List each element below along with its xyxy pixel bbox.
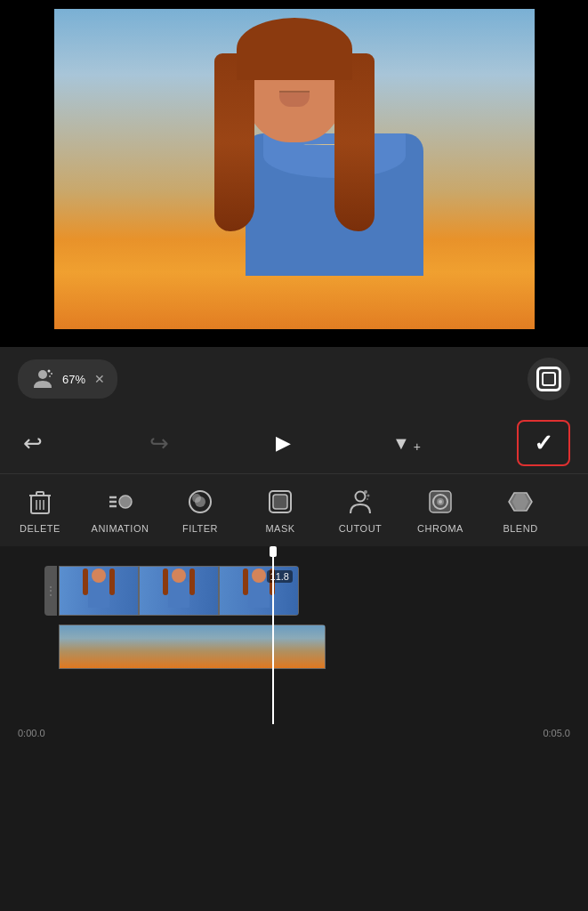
- plus-icon: +: [414, 439, 421, 454]
- tool-cutout[interactable]: CUTOUT: [320, 481, 400, 537]
- tools-row: DELETE ANIMATION FILTER: [0, 473, 588, 546]
- filter-label: FILTER: [182, 523, 218, 534]
- redo-icon: ↪: [149, 430, 169, 457]
- bottom-area: [0, 742, 588, 778]
- svg-point-20: [364, 490, 367, 494]
- ai-cutout-badge[interactable]: 67% ✕: [18, 359, 117, 399]
- person-layer: [54, 9, 535, 338]
- mask-label: MASK: [265, 523, 294, 534]
- timeline-scrubber[interactable]: [272, 546, 274, 724]
- svg-point-13: [119, 496, 132, 508]
- overlay-button[interactable]: [528, 358, 570, 400]
- svg-point-21: [367, 495, 370, 497]
- svg-point-16: [192, 494, 201, 503]
- animation-icon: [103, 485, 137, 519]
- tool-filter[interactable]: FILTER: [160, 481, 240, 537]
- cutout-label: CUTOUT: [339, 523, 383, 534]
- person-clip-2[interactable]: [139, 566, 219, 616]
- tool-animation[interactable]: ANIMATION: [80, 481, 160, 537]
- ai-person-icon: [30, 367, 55, 391]
- svg-point-19: [356, 492, 366, 502]
- svg-point-1: [48, 370, 51, 373]
- tool-blend[interactable]: BLEND: [480, 481, 560, 537]
- svg-rect-6: [36, 492, 44, 496]
- blend-icon: [503, 485, 537, 519]
- timeline-labels: 0:00.0 0:05.0: [0, 724, 588, 742]
- confirm-button[interactable]: ✓: [517, 420, 570, 466]
- time-end-label: 0:05.0: [543, 728, 570, 738]
- redo-button[interactable]: ↪: [144, 424, 174, 463]
- tool-chroma[interactable]: CHROMA: [400, 481, 480, 537]
- person-track-clips: 11.8: [59, 566, 299, 616]
- svg-rect-18: [273, 495, 287, 509]
- svg-point-26: [439, 500, 442, 504]
- play-button[interactable]: ▶: [270, 426, 296, 460]
- track-handle-person[interactable]: ⋮: [44, 566, 57, 616]
- delete-icon: [23, 485, 57, 519]
- sky-track-clips: [59, 625, 326, 674]
- person-clip-3[interactable]: 11.8: [219, 566, 299, 616]
- undo-button[interactable]: ↩: [18, 424, 48, 463]
- sky-track[interactable]: [44, 623, 588, 676]
- toolbar: ↩ ↪ ▶ ▼ + ✓: [0, 411, 588, 473]
- filter-icon: [183, 485, 217, 519]
- time-start-label: 0:00.0: [18, 728, 45, 738]
- mask-icon: [263, 485, 297, 519]
- svg-point-2: [51, 373, 52, 375]
- track-handle-icon: ⋮: [44, 566, 57, 616]
- tool-mask[interactable]: MASK: [240, 481, 320, 537]
- play-icon: ▶: [276, 431, 291, 455]
- person-track[interactable]: ⋮: [44, 564, 588, 617]
- undo-icon: ↩: [23, 430, 43, 457]
- scrubber-head: [270, 546, 277, 557]
- overlay-icon: [536, 367, 561, 391]
- chroma-label: CHROMA: [417, 523, 463, 534]
- svg-point-22: [366, 498, 368, 500]
- track-timestamp: 11.8: [267, 570, 293, 583]
- animation-label: ANIMATION: [92, 523, 149, 534]
- filter-plus-button[interactable]: ▼ +: [392, 432, 421, 454]
- chroma-icon: [423, 485, 457, 519]
- blend-label: BLEND: [503, 523, 537, 534]
- checkmark-icon: ✓: [534, 430, 553, 457]
- svg-point-0: [38, 370, 47, 379]
- timeline-tracks: ⋮: [0, 546, 588, 676]
- controls-row: 67% ✕: [0, 347, 588, 411]
- cutout-icon: [343, 485, 377, 519]
- person-clip-1[interactable]: [59, 566, 139, 616]
- timeline-area: ⋮: [0, 546, 588, 724]
- video-preview: [0, 0, 588, 347]
- funnel-icon: ▼: [392, 433, 410, 454]
- tool-delete[interactable]: DELETE: [0, 481, 80, 537]
- sky-clip-1[interactable]: [59, 625, 326, 669]
- badge-close-icon[interactable]: ✕: [94, 372, 105, 386]
- delete-label: DELETE: [20, 523, 60, 534]
- badge-percent-label: 67%: [62, 373, 85, 386]
- svg-point-3: [49, 375, 51, 377]
